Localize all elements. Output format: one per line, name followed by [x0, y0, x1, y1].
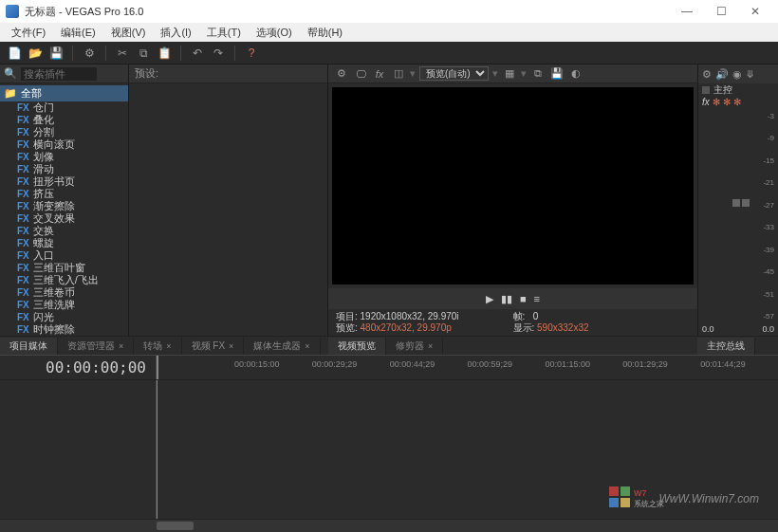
fx-item[interactable]: FX滑动 [0, 163, 128, 175]
fx-root-folder[interactable]: 📁 全部 [0, 85, 128, 101]
menu-工具[interactable]: 工具(T) [199, 26, 249, 40]
playlist-button[interactable]: ≡ [534, 293, 540, 304]
meters-speaker-icon[interactable]: 🔊 [715, 68, 729, 81]
preview-external-icon[interactable]: 🖵 [353, 66, 368, 82]
tab-mid[interactable]: 修剪器× [386, 338, 443, 355]
master-fx-icon[interactable]: fx [702, 97, 710, 110]
meters-downmix-icon[interactable]: ⤋ [746, 68, 754, 81]
menu-文件[interactable]: 文件(F) [4, 26, 53, 40]
tab-close-icon[interactable]: × [229, 341, 233, 351]
tab-right[interactable]: 主控总线 [697, 338, 755, 355]
fx-item[interactable]: FX叠化 [0, 114, 128, 126]
tab-close-icon[interactable]: × [119, 341, 123, 351]
play-button[interactable]: ▶ [486, 293, 493, 305]
tracks-area[interactable] [157, 380, 778, 519]
fx-item[interactable]: FX划像 [0, 151, 128, 163]
fx-search-input[interactable] [21, 67, 97, 81]
minimize-button[interactable]: ― [670, 0, 704, 23]
tab-left[interactable]: 资源管理器× [58, 338, 134, 355]
properties-icon[interactable]: ⚙ [81, 45, 98, 62]
master-label-row: 主控 [698, 83, 778, 97]
preset-panel: 预设: [128, 64, 327, 336]
info-frame-value: 0 [533, 311, 539, 321]
video-preview[interactable] [332, 87, 694, 284]
fx-item[interactable]: FX横向滚页 [0, 138, 128, 151]
fx-item-label: 三维卷币 [33, 286, 75, 299]
preview-fx-icon[interactable]: fx [372, 66, 387, 82]
menu-编辑[interactable]: 编辑(E) [53, 26, 103, 40]
tab-left[interactable]: 媒体生成器× [244, 338, 320, 355]
fx-item[interactable]: FX三维飞入/飞出 [0, 274, 128, 286]
fx-item[interactable]: FX交叉效果 [0, 212, 128, 225]
horizontal-scrollbar[interactable] [157, 520, 778, 532]
fx-item[interactable]: FX三维百叶窗 [0, 262, 128, 274]
ruler-ticks[interactable]: 00:00:15:0000:00:29;2900:00:44;2900:00:5… [157, 356, 778, 379]
undo-icon[interactable]: ↶ [189, 45, 206, 62]
tab-left[interactable]: 项目媒体 [0, 338, 58, 355]
folder-icon: 📁 [4, 87, 17, 100]
preview-settings-icon[interactable]: ⚙ [334, 66, 349, 82]
open-file-icon[interactable]: 📂 [27, 45, 44, 62]
cut-icon[interactable]: ✂ [114, 45, 131, 62]
tab-close-icon[interactable]: × [305, 341, 309, 351]
playhead-marker-icon[interactable] [157, 356, 158, 379]
master-gear1-icon[interactable]: ✻ [713, 97, 720, 110]
paste-icon[interactable]: 📋 [156, 45, 173, 62]
master-gear2-icon[interactable]: ✻ [723, 97, 731, 110]
fx-item[interactable]: FX分割 [0, 126, 128, 138]
preview-grid-icon[interactable]: ▦ [502, 66, 517, 82]
fx-item[interactable]: FX螺旋 [0, 237, 128, 249]
fx-badge-icon: FX [17, 126, 29, 138]
copy-icon[interactable]: ⧉ [135, 45, 152, 62]
master-color-icon [702, 86, 710, 94]
fx-item[interactable]: FX入口 [0, 249, 128, 262]
fx-item-label: 三维飞入/飞出 [33, 274, 99, 286]
preview-contrast-icon[interactable]: ◐ [568, 66, 584, 82]
info-frame-label: 帧: [513, 311, 526, 321]
fx-item[interactable]: FX交换 [0, 225, 128, 237]
preview-quality-select[interactable]: 预览(自动) [419, 66, 489, 81]
fx-item[interactable]: FX扭形书页 [0, 175, 128, 188]
fx-item[interactable]: FX闪光 [0, 311, 128, 323]
tab-mid[interactable]: 视频预览 [328, 338, 386, 355]
ruler-tick: 00:00:44;29 [390, 359, 435, 369]
tab-close-icon[interactable]: × [166, 341, 171, 351]
preview-save-icon[interactable]: 💾 [549, 66, 565, 82]
cursor-timecode: 00:00:00;00 [46, 358, 146, 376]
preview-split-icon[interactable]: ◫ [391, 66, 406, 82]
pause-button[interactable]: ▮▮ [501, 293, 512, 305]
meter-readout-l: 0.0 [702, 324, 714, 334]
master-gear3-icon[interactable]: ✻ [733, 97, 741, 110]
fx-item[interactable]: FX时钟擦除 [0, 323, 128, 336]
fx-item-label: 分割 [33, 126, 54, 138]
menu-选项[interactable]: 选项(O) [249, 26, 300, 40]
tab-label: 媒体生成器 [253, 340, 301, 351]
menu-视图[interactable]: 视图(V) [103, 26, 154, 40]
fx-item-label: 扭形书页 [33, 175, 75, 188]
new-file-icon[interactable]: 📄 [6, 45, 23, 62]
fx-item[interactable]: FX三维卷币 [0, 286, 128, 299]
meters-dim-icon[interactable]: ◉ [732, 68, 742, 81]
menu-插入[interactable]: 插入(I) [153, 26, 198, 40]
maximize-button[interactable]: ☐ [704, 0, 738, 23]
fx-item-label: 滑动 [33, 163, 54, 175]
fx-item[interactable]: FX仓门 [0, 101, 128, 114]
redo-icon[interactable]: ↷ [210, 45, 227, 62]
help-icon[interactable]: ? [243, 45, 260, 62]
save-icon[interactable]: 💾 [47, 45, 65, 62]
fx-item[interactable]: FX渐变擦除 [0, 200, 128, 212]
tab-left[interactable]: 转场× [134, 338, 181, 355]
tab-close-icon[interactable]: × [428, 341, 433, 351]
fx-item[interactable]: FX三维洗牌 [0, 299, 128, 311]
track-headers[interactable] [0, 380, 157, 519]
tab-left[interactable]: 视频 FX× [182, 338, 245, 355]
meters-settings-icon[interactable]: ⚙ [702, 68, 712, 81]
fx-item-label: 仓门 [33, 101, 54, 114]
close-button[interactable]: ✕ [738, 0, 772, 23]
fx-badge-icon: FX [17, 286, 29, 299]
fx-badge-icon: FX [17, 114, 29, 126]
fx-item[interactable]: FX挤压 [0, 188, 128, 200]
preview-copy-icon[interactable]: ⧉ [530, 66, 546, 82]
menu-帮助[interactable]: 帮助(H) [300, 26, 350, 40]
stop-button[interactable]: ■ [520, 293, 527, 304]
